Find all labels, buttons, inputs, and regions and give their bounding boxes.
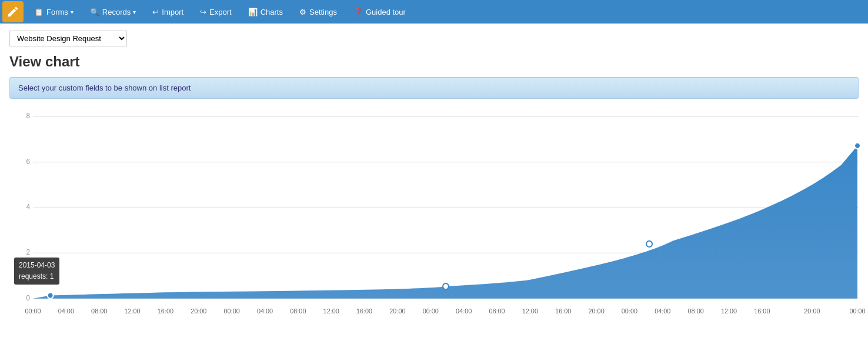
form-select-row: Website Design Request — [9, 31, 859, 46]
nav-export[interactable]: ↪ Export — [192, 0, 240, 24]
settings-label: Settings — [309, 8, 337, 16]
svg-text:00:00: 00:00 — [25, 307, 41, 315]
svg-text:08:00: 08:00 — [290, 307, 306, 315]
nav-charts[interactable]: 📊 Charts — [240, 0, 291, 24]
chart-point — [443, 283, 449, 289]
svg-text:2: 2 — [26, 248, 30, 256]
guided-tour-label: Guided tour — [366, 8, 406, 16]
svg-text:4: 4 — [26, 203, 30, 211]
charts-icon: 📊 — [248, 8, 258, 16]
nav-records[interactable]: 🔍 Records ▾ — [82, 0, 144, 24]
records-label: Records — [102, 8, 131, 16]
svg-text:16:00: 16:00 — [158, 307, 173, 315]
svg-text:12:00: 12:00 — [323, 307, 339, 315]
svg-text:12:00: 12:00 — [124, 307, 140, 315]
export-label: Export — [209, 8, 232, 16]
chart-container: 2015-04-03 requests: 1 0 2 4 6 8 — [9, 105, 859, 328]
svg-text:08:00: 08:00 — [688, 307, 704, 315]
svg-text:0: 0 — [26, 294, 30, 302]
settings-icon: ⚙ — [299, 8, 306, 16]
form-select[interactable]: Website Design Request — [9, 31, 127, 46]
export-icon: ↪ — [200, 8, 206, 16]
import-icon: ↩ — [152, 8, 159, 16]
nav-forms[interactable]: 📋 Forms ▾ — [26, 0, 82, 24]
svg-text:04:00: 04:00 — [456, 307, 472, 315]
svg-text:20:00: 20:00 — [804, 307, 820, 315]
import-label: Import — [162, 8, 183, 16]
brand-logo[interactable] — [2, 1, 24, 22]
chart-point — [48, 292, 54, 298]
chart-svg: 0 2 4 6 8 — [33, 111, 859, 305]
svg-text:00:00: 00:00 — [423, 307, 439, 315]
svg-text:00:00: 00:00 — [224, 307, 240, 315]
charts-label: Charts — [261, 8, 283, 16]
svg-text:08:00: 08:00 — [91, 307, 107, 315]
svg-text:00:00: 00:00 — [849, 307, 865, 315]
info-banner-text: Select your custom fields to be shown on… — [18, 83, 191, 92]
svg-text:12:00: 12:00 — [522, 307, 538, 315]
chart-tooltip: 2015-04-03 requests: 1 — [14, 258, 59, 285]
forms-icon: 📋 — [34, 8, 44, 16]
svg-text:16:00: 16:00 — [555, 307, 571, 315]
svg-text:04:00: 04:00 — [655, 307, 670, 315]
nav-guided-tour[interactable]: ❓ Guided tour — [345, 0, 414, 24]
forms-label: Forms — [46, 8, 68, 16]
tooltip-value: requests: 1 — [19, 271, 55, 282]
svg-text:6: 6 — [26, 158, 30, 166]
svg-text:20:00: 20:00 — [389, 307, 405, 315]
svg-text:04:00: 04:00 — [257, 307, 273, 315]
navbar: 📋 Forms ▾ 🔍 Records ▾ ↩ Import ↪ Export … — [0, 0, 868, 24]
svg-text:20:00: 20:00 — [588, 307, 604, 315]
guided-tour-icon: ❓ — [353, 8, 363, 16]
tooltip-date: 2015-04-03 — [19, 260, 55, 271]
tooltip-val: 1 — [50, 272, 54, 280]
chart-point — [646, 241, 652, 247]
svg-text:12:00: 12:00 — [721, 307, 737, 315]
info-banner: Select your custom fields to be shown on… — [9, 77, 859, 99]
chart-area — [33, 146, 857, 299]
svg-text:16:00: 16:00 — [754, 307, 770, 315]
chart-point — [854, 143, 860, 149]
main-content: Website Design Request View chart Select… — [0, 24, 868, 335]
svg-text:00:00: 00:00 — [622, 307, 637, 315]
svg-text:20:00: 20:00 — [191, 307, 206, 315]
nav-settings[interactable]: ⚙ Settings — [291, 0, 345, 24]
svg-text:08:00: 08:00 — [489, 307, 505, 315]
records-icon: 🔍 — [90, 8, 99, 16]
svg-text:16:00: 16:00 — [356, 307, 372, 315]
forms-caret: ▾ — [71, 9, 74, 15]
records-caret: ▾ — [133, 9, 136, 15]
page-title: View chart — [9, 54, 859, 70]
tooltip-label: requests — [19, 272, 46, 280]
svg-text:8: 8 — [26, 112, 30, 120]
svg-text:04:00: 04:00 — [58, 307, 74, 315]
nav-import[interactable]: ↩ Import — [144, 0, 192, 24]
